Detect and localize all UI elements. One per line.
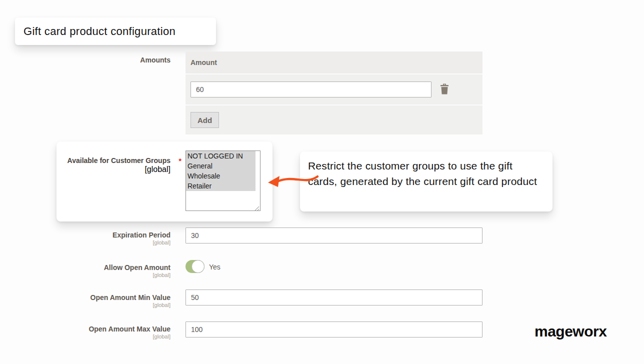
allow-open-amount-label-text: Allow Open Amount — [104, 264, 170, 272]
scope-label: [global] — [50, 302, 170, 308]
amount-row — [186, 74, 482, 106]
open-amount-min-label-text: Open Amount Min Value — [90, 294, 171, 302]
open-amount-max-input[interactable] — [186, 322, 482, 338]
allow-open-amount-label: Allow Open Amount [global] — [50, 264, 170, 278]
amounts-label-text: Amounts — [140, 56, 170, 64]
annotation-callout: Restrict the customer groups to use the … — [300, 152, 552, 212]
open-amount-min-label: Open Amount Min Value [global] — [50, 294, 170, 308]
add-amount-button[interactable]: Add — [190, 112, 219, 128]
arrow-icon — [266, 172, 320, 192]
amounts-table: Amount Add — [186, 52, 482, 134]
customer-groups-card: Available for Customer Groups * [global]… — [56, 142, 272, 222]
scope-label: [global] — [50, 240, 170, 246]
option-retailer[interactable]: Retailer — [186, 181, 256, 191]
resize-handle-icon[interactable] — [254, 204, 260, 210]
mageworx-logo: mageworx — [534, 323, 606, 340]
annotation-text: Restrict the customer groups to use the … — [308, 160, 537, 187]
open-amount-max-label: Open Amount Max Value [global] — [50, 325, 170, 340]
amounts-footer-row: Add — [186, 106, 482, 134]
customer-groups-label-text: Available for Customer Groups * — [68, 156, 170, 164]
option-not-logged-in[interactable]: NOT LOGGED IN — [186, 151, 256, 161]
allow-open-amount-toggle[interactable] — [186, 260, 204, 273]
customer-groups-label-inner: Available for Customer Groups — [68, 156, 170, 164]
customer-groups-label: Available for Customer Groups * [global] — [62, 156, 170, 174]
expiration-period-input[interactable] — [186, 228, 482, 244]
required-asterisk: * — [178, 156, 182, 165]
customer-groups-multiselect[interactable]: NOT LOGGED IN General Wholesale Retailer — [186, 150, 260, 211]
amounts-label: Amounts — [50, 56, 170, 64]
page-title: Gift card product configuration — [15, 18, 216, 45]
page-title-text: Gift card product configuration — [24, 25, 176, 38]
delete-amount-button[interactable] — [438, 83, 450, 96]
amounts-column-header: Amount — [186, 52, 482, 74]
amount-column-label: Amount — [190, 58, 217, 66]
scope-label: [global] — [144, 165, 170, 174]
open-amount-min-input[interactable] — [186, 290, 482, 306]
amount-input[interactable] — [190, 82, 432, 98]
scope-label: [global] — [50, 272, 170, 278]
expiration-period-label-text: Expiration Period — [112, 231, 170, 239]
toggle-state-label: Yes — [209, 263, 220, 271]
option-wholesale[interactable]: Wholesale — [186, 171, 256, 181]
open-amount-max-label-text: Open Amount Max Value — [88, 325, 170, 333]
option-general[interactable]: General — [186, 161, 256, 171]
toggle-knob — [192, 260, 204, 273]
trash-icon — [440, 83, 450, 96]
scope-label: [global] — [50, 334, 170, 340]
expiration-period-label: Expiration Period [global] — [50, 231, 170, 246]
